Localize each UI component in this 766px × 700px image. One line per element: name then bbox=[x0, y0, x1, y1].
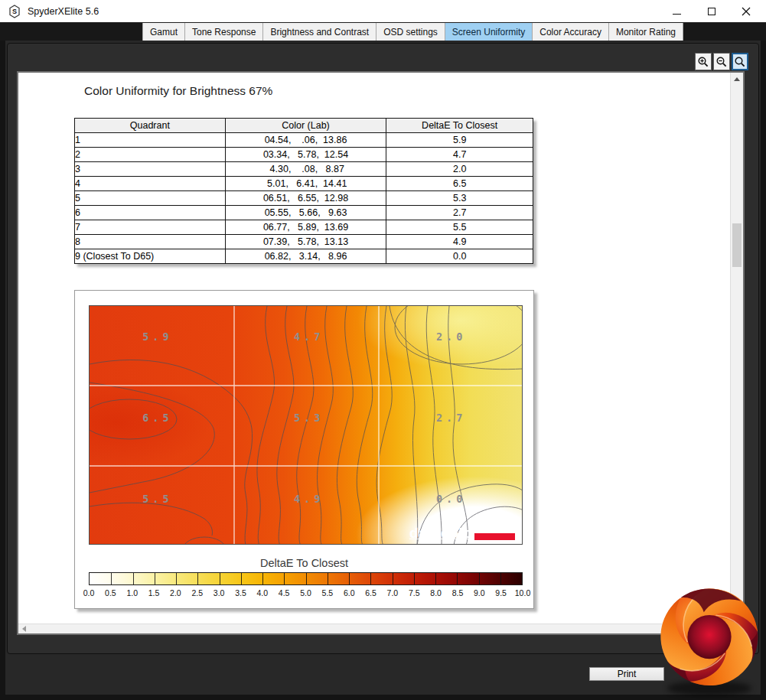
datacolor-red-bar bbox=[474, 533, 515, 540]
colorbar-tick-label: 7.5 bbox=[409, 588, 420, 597]
colorbar-tick bbox=[306, 573, 307, 584]
table-row: 506.51, 6.55, 12.985.3 bbox=[75, 191, 533, 206]
table-row: 203.34, 5.78, 12.544.7 bbox=[75, 148, 533, 162]
vertical-scrollbar[interactable] bbox=[730, 73, 743, 623]
lab-color-cell: 04.54, .06, 13.86 bbox=[225, 133, 386, 148]
colorbar-tick-label: 0.5 bbox=[105, 588, 116, 597]
page-title: Color Uniformity for Brightness 67% bbox=[84, 84, 272, 98]
table-row: 605.55, 5.66, 9.632.7 bbox=[75, 206, 533, 220]
delta-e-cell: 0.0 bbox=[386, 249, 533, 264]
table-row: 706.77, 5.89, 13.695.5 bbox=[75, 220, 533, 235]
colorbar-tick-label: 0.0 bbox=[83, 588, 95, 597]
tab-color-accuracy[interactable]: Color Accuracy bbox=[533, 23, 609, 41]
colorbar-tick bbox=[393, 573, 393, 584]
colorbar-tick-label: 3.5 bbox=[235, 588, 246, 597]
close-icon bbox=[742, 7, 751, 16]
tab-gamut[interactable]: Gamut bbox=[142, 23, 185, 41]
colorbar-tick bbox=[220, 573, 220, 584]
kitguru-logo bbox=[653, 580, 766, 700]
colorbar-tick-label: 5.5 bbox=[322, 588, 334, 597]
map-value-label: 5.3 bbox=[290, 412, 324, 424]
tab-osd-settings[interactable]: OSD settings bbox=[376, 23, 445, 41]
colorbar-title: DeltaE To Closest bbox=[75, 557, 533, 569]
colorbar-tick bbox=[284, 573, 285, 584]
tab-bar: GamutTone ResponseBrightness and Contras… bbox=[0, 23, 766, 41]
lab-color-cell: 4.30, .08, 8.87 bbox=[225, 162, 386, 177]
colorbar-tick bbox=[349, 573, 350, 584]
lab-color-cell: 06.77, 5.89, 13.69 bbox=[225, 220, 386, 235]
minimize-button[interactable] bbox=[660, 0, 694, 23]
quadrant-cell: 8 bbox=[75, 235, 226, 249]
table-body: 104.54, .06, 13.865.9203.34, 5.78, 12.54… bbox=[75, 133, 533, 264]
map-value-label: 0.0 bbox=[432, 493, 466, 505]
colorbar-tick-label: 4.5 bbox=[279, 588, 290, 597]
colorbar-tick-label: 9.0 bbox=[474, 588, 485, 597]
colorbar-tick-label: 1.5 bbox=[148, 588, 160, 597]
tab-tone-response[interactable]: Tone Response bbox=[185, 23, 263, 41]
report-page: Color Uniformity for Brightness 67% Quad… bbox=[18, 73, 730, 623]
colorbar-tick-label: 8.5 bbox=[452, 588, 464, 597]
colorbar-tick bbox=[479, 573, 480, 584]
quadrant-cell: 5 bbox=[75, 191, 226, 206]
colorbar-tick bbox=[111, 573, 112, 584]
colorbar-ticks: 0.00.51.01.52.02.53.03.54.04.55.05.56.06… bbox=[89, 588, 523, 599]
colorbar-tick bbox=[435, 573, 436, 584]
colorbar-tick-label: 3.0 bbox=[214, 588, 225, 597]
zoom-out-icon bbox=[715, 56, 728, 68]
zoom-reset-button[interactable] bbox=[732, 53, 748, 70]
quadrant-cell: 6 bbox=[75, 206, 226, 220]
colorbar-tick bbox=[500, 573, 501, 584]
table-row: 4 5.01, 6.41, 14.416.5 bbox=[75, 177, 533, 191]
datacolor-watermark: datacolor bbox=[409, 525, 478, 542]
table-row: 104.54, .06, 13.865.9 bbox=[75, 133, 533, 148]
map-value-label: 5.9 bbox=[139, 330, 172, 343]
app-window: S SpyderXElite 5.6 GamutTone ResponseBri… bbox=[0, 0, 766, 700]
tab-brightness-and-contrast[interactable]: Brightness and Contrast bbox=[263, 23, 376, 41]
tab-monitor-rating[interactable]: Monitor Rating bbox=[609, 23, 683, 41]
quadrant-cell: 9 (Closest To D65) bbox=[75, 249, 226, 264]
horizontal-scrollbar[interactable] bbox=[18, 623, 730, 633]
window-controls bbox=[660, 0, 763, 23]
map-value-label: 2.0 bbox=[432, 330, 466, 343]
colorbar-tick bbox=[197, 573, 198, 584]
lab-color-cell: 05.55, 5.66, 9.63 bbox=[225, 206, 386, 220]
colorbar-tick bbox=[370, 573, 371, 584]
quadrant-cell: 2 bbox=[75, 148, 226, 162]
zoom-controls bbox=[695, 53, 748, 70]
colorbar-tick-label: 5.0 bbox=[300, 588, 311, 597]
map-value-label: 4.7 bbox=[290, 330, 324, 343]
colorbar-tick-label: 4.0 bbox=[256, 588, 268, 597]
lab-color-cell: 5.01, 6.41, 14.41 bbox=[225, 177, 386, 191]
scroll-up-icon[interactable] bbox=[734, 77, 740, 81]
delta-e-cell: 5.3 bbox=[386, 191, 533, 206]
tab-screen-uniformity[interactable]: Screen Uniformity bbox=[445, 23, 533, 41]
colorbar-tick bbox=[457, 573, 458, 584]
quadrant-cell: 1 bbox=[75, 133, 226, 148]
delta-e-cell: 6.5 bbox=[386, 177, 533, 191]
quadrant-cell: 3 bbox=[75, 162, 226, 177]
colorbar-tick bbox=[328, 573, 328, 584]
delta-e-cell: 2.0 bbox=[386, 162, 533, 177]
maximize-icon bbox=[708, 8, 715, 15]
colorbar-tick-label: 2.0 bbox=[170, 588, 181, 597]
colorbar-tick-label: 7.0 bbox=[387, 588, 399, 597]
colorbar-tick bbox=[176, 573, 177, 584]
zoom-out-button[interactable] bbox=[713, 53, 730, 70]
table-column-header: Quadrant bbox=[75, 119, 226, 133]
scroll-left-icon[interactable] bbox=[22, 626, 26, 632]
colorbar-tick-label: 10.0 bbox=[515, 588, 530, 597]
contour-map: datacolor 5.94.72.06.55.32.75.54.90.0 bbox=[89, 305, 523, 545]
app-icon-letter: S bbox=[12, 8, 17, 15]
maximize-button[interactable] bbox=[694, 0, 729, 23]
zoom-in-icon bbox=[697, 56, 709, 68]
minimize-icon bbox=[673, 14, 681, 15]
colorbar-tick-label: 9.5 bbox=[495, 588, 507, 597]
delta-e-cell: 4.7 bbox=[386, 148, 533, 162]
close-button[interactable] bbox=[729, 0, 763, 23]
map-value-label: 2.7 bbox=[432, 412, 466, 424]
vertical-scroll-thumb[interactable] bbox=[732, 223, 742, 267]
table-column-header: DeltaE To Closest bbox=[386, 119, 533, 133]
zoom-in-button[interactable] bbox=[695, 53, 712, 70]
table-row: 3 4.30, .08, 8.872.0 bbox=[75, 162, 533, 177]
map-value-label: 5.5 bbox=[139, 493, 172, 505]
